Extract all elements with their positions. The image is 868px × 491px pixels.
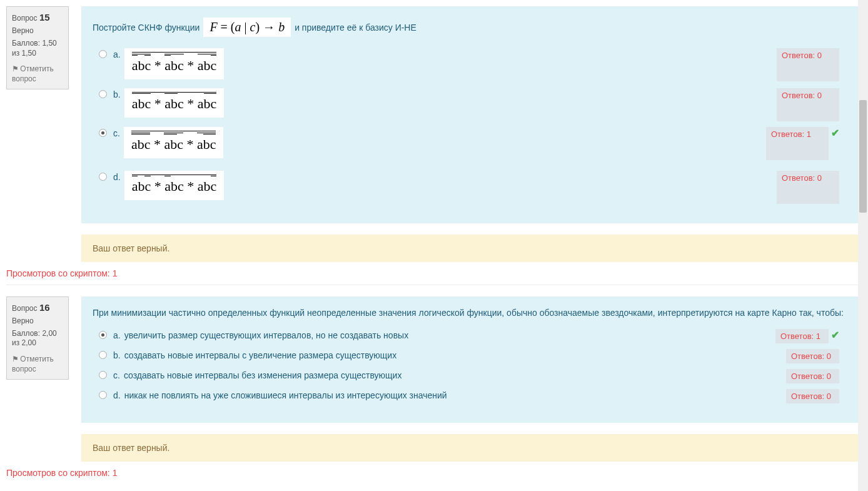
content-area: Постройте СКНФ функции F = (a | c) → b и… [81,6,862,262]
scrollbar-track[interactable] [858,0,868,491]
option-formula: abc * abc * abc [124,127,224,158]
script-views-counter: Просмотров со скриптом: 1 [6,462,862,484]
radio-a[interactable] [99,50,107,58]
answer-count-badge: Ответов: 1 [775,329,829,343]
radio-b[interactable] [99,90,107,98]
answer-count-badge: Ответов: 0 [777,88,839,121]
script-views-counter: Просмотров со скриптом: 1 [6,262,862,285]
option-formula: abc * abc * abc [124,48,225,79]
answer-option-d[interactable]: d. никак не повлиять на уже сложившиеся … [93,389,850,400]
answer-option-c[interactable]: c. abc * abc * abc Ответов: 1 ✔ [93,127,850,162]
option-letter: d. [113,390,121,400]
option-letter: b. [113,350,121,360]
answer-count-wrap: Ответов: 0 [786,349,839,363]
feedback: Ваш ответ верный. [81,434,862,462]
answer-count-badge: Ответов: 0 [786,349,839,363]
scrollbar-thumb[interactable] [859,100,867,213]
option-text: создавать новые интервалы без изменения … [124,370,402,380]
option-letter: a. [113,49,121,59]
answer-count-badge: Ответов: 0 [786,369,839,383]
info-panel: Вопрос 16 Верно Баллов: 2,00 из 2,00 ⚑ О… [6,296,69,380]
answer-count-wrap: Ответов: 1 ✔ [766,127,839,160]
answer-count-badge: Ответов: 1 [766,127,829,160]
answer-option-d[interactable]: d. abc * abc * abc Ответов: 0 [93,171,850,201]
question-status: Верно [12,316,63,325]
answer-count-badge: Ответов: 0 [777,48,839,81]
option-formula: abc * abc * abc [124,171,225,200]
question-status: Верно [12,26,63,35]
answer-option-a[interactable]: a. abc * abc * abc Ответов: 0 [93,48,850,79]
option-letter: c. [113,128,120,138]
radio-c[interactable] [99,371,107,379]
answer-option-b[interactable]: b. создавать новые интервалы с увеличени… [93,349,850,360]
answer-option-c[interactable]: c. создавать новые интервалы без изменен… [93,369,850,380]
radio-c[interactable] [99,129,107,137]
feedback: Ваш ответ верный. [81,235,862,262]
option-letter: c. [113,370,120,380]
question-marks: Баллов: 1,50 из 1,50 [12,39,63,58]
radio-d[interactable] [99,173,107,181]
question-content: При минимизации частично определенных фу… [81,296,862,423]
radio-d[interactable] [99,391,107,399]
check-icon: ✔ [831,127,839,139]
content-area: При минимизации частично определенных фу… [81,296,862,462]
answer-count-wrap: Ответов: 0 [777,171,839,204]
question-number: Вопрос 15 [12,12,63,23]
option-letter: b. [113,89,121,99]
question-content: Постройте СКНФ функции F = (a | c) → b и… [81,6,862,223]
option-text: никак не повлиять на уже сложившиеся инт… [124,390,447,400]
question-number: Вопрос 16 [12,302,63,313]
flag-question-link[interactable]: ⚑ Отметить вопрос [12,64,63,84]
option-letter: a. [113,330,121,340]
flag-icon: ⚑ [12,64,18,74]
option-text: увеличить размер существующих интервалов… [124,330,408,340]
option-text: создавать новые интервалы с увеличение р… [124,350,397,360]
radio-b[interactable] [99,351,107,359]
answer-count-wrap: Ответов: 0 [786,389,839,403]
answer-option-a[interactable]: a. увеличить размер существующих интерва… [93,329,850,340]
flag-icon: ⚑ [12,355,18,365]
question-text: При минимизации частично определенных фу… [93,308,850,318]
question-marks: Баллов: 2,00 из 2,00 [12,329,63,348]
info-panel: Вопрос 15 Верно Баллов: 1,50 из 1,50 ⚑ О… [6,6,69,89]
answer-count-wrap: Ответов: 0 [777,48,839,81]
option-letter: d. [113,172,121,182]
answer-option-b[interactable]: b. abc * abc * abc Ответов: 0 [93,88,850,118]
check-icon: ✔ [831,329,839,341]
question-text: Постройте СКНФ функции F = (a | c) → b и… [93,18,850,37]
option-formula: abc * abc * abc [124,88,225,118]
question-15: Вопрос 15 Верно Баллов: 1,50 из 1,50 ⚑ О… [6,6,862,262]
answer-count-wrap: Ответов: 1 ✔ [775,329,839,343]
answers-list: a. увеличить размер существующих интерва… [93,329,850,400]
flag-question-link[interactable]: ⚑ Отметить вопрос [12,355,63,374]
answers-list: a. abc * abc * abc Ответов: 0 b. abc * a… [93,48,850,201]
answer-count-badge: Ответов: 0 [786,389,839,403]
question-formula: F = (a | c) → b [203,18,291,37]
answer-count-wrap: Ответов: 0 [786,369,839,383]
answer-count-badge: Ответов: 0 [777,171,839,204]
answer-count-wrap: Ответов: 0 [777,88,839,121]
radio-a[interactable] [99,331,107,339]
question-16: Вопрос 16 Верно Баллов: 2,00 из 2,00 ⚑ О… [6,296,862,462]
